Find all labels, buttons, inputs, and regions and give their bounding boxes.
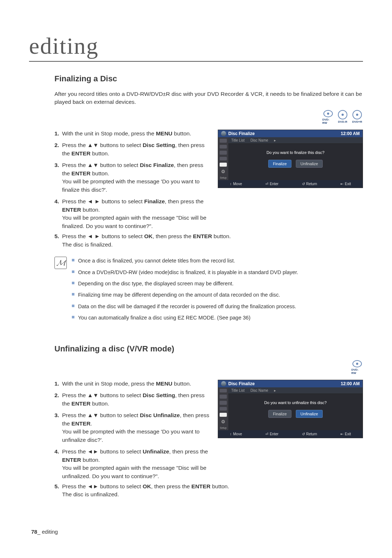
section-a-steps: 1.With the unit in Stop mode, press the … [54,130,211,230]
section-a-steps-cont: 5.Press the ◄ ► buttons to select OK, th… [54,232,363,249]
step-text: Press the ◄► buttons to select Unfinaliz… [62,448,211,480]
sidebar-icon [220,407,227,411]
return-icon: ↺ [302,432,305,436]
osd-row-right: Disc Name [250,388,268,392]
disc-badge-row-a: DVD-RW DVD-R DVD+R [54,110,363,125]
unfinalize-button[interactable]: Unfinalize [296,160,323,168]
badge-label: DVD+R [352,120,362,123]
finalize-button[interactable]: Finalize [268,160,291,168]
step-item: 3.Press the ▲▼ button to select Disc Fin… [54,161,211,194]
step-text: Press the ▲▼ buttons to select Disc Sett… [62,391,211,408]
step-text: Press the ▲▼ button to select Disc Unfin… [62,411,211,444]
dvd-plus-r-badge: DVD+R [351,110,363,125]
section-a-title: Finalizing a Disc [54,74,363,84]
dvd-rw-badge: DVD-RW [351,360,363,375]
footer-move: Move [233,182,242,186]
chapter-title: editing [29,33,363,62]
exit-icon: ⇤ [340,182,343,186]
footer-return: Return [306,182,317,186]
osd-row-right: Disc Name [250,138,268,142]
dvd-r-badge: DVD-R [337,110,348,125]
sidebar-icon [220,395,227,399]
enter-icon: ⏎ [265,432,268,436]
step-item: 2.Press the ▲▼ buttons to select Disc Se… [54,141,211,158]
osd-screenshot-finalize: Disc Finalize 12:00 AM ⚙ Setup [218,130,363,188]
step-text: Press the ▲▼ buttons to select Disc Sett… [62,141,211,158]
setup-label: Setup [220,176,226,179]
setup-label: Setup [220,427,226,429]
osd-clock: 12:00 AM [341,381,360,386]
page-footer: 78_ editing [31,529,58,535]
note-item: You can automatically finalize a disc us… [72,314,363,322]
osd-footer: ↕Move ⏎Enter ↺Return ⇤Exit [218,180,363,188]
osd-row-left: Title List [231,388,245,392]
sidebar-icon [220,401,227,405]
disc-icon [221,381,226,386]
footer-section: editing [42,529,58,535]
gear-icon: ⚙ [221,169,225,174]
step-text: Press the ◄► buttons to select OK, then … [62,482,363,499]
step-text: Press the ◄ ► buttons to select OK, then… [62,232,363,249]
updown-icon: ↕ [230,182,232,186]
note-item: Data on the disc will be damaged if the … [72,302,363,310]
sidebar-icon [220,145,227,149]
section-b-steps: 1.With the unit in Stop mode, press the … [54,380,211,480]
step-item: 5.Press the ◄ ► buttons to select OK, th… [54,232,363,249]
unfinalize-button[interactable]: Unfinalize [296,410,323,418]
note-text: Once a disc is finalized, you cannot del… [78,257,235,265]
sidebar-icon [220,389,227,393]
exit-icon: ⇤ [340,432,343,436]
note-item: Finalizing time may be different dependi… [72,291,363,299]
osd-title: Disc Finalize [228,131,255,136]
step-item: 1.With the unit in Stop mode, press the … [54,380,211,388]
step-text: With the unit in Stop mode, press the ME… [62,130,211,138]
osd-row-left: Title List [231,138,245,142]
section-b-steps-cont: 5.Press the ◄► buttons to select OK, the… [54,482,363,499]
sidebar-icon-selected [220,413,227,417]
osd-screenshot-unfinalize: Disc Finalize 12:00 AM ⚙ Setup [218,380,363,438]
footer-exit: Exit [345,182,351,186]
footer-exit: Exit [345,432,351,436]
note-item: Depending on the disc type, the displaye… [72,280,363,288]
osd-sidebar: ⚙ Setup [218,387,228,430]
footer-enter: Enter [270,182,278,186]
sidebar-icon [220,139,227,143]
note-item: Once a DVD±R/DVD-RW (video mode)disc is … [72,268,363,276]
note-text: Once a DVD±R/DVD-RW (video mode)disc is … [78,268,298,276]
osd-question: Do you want to finalize this disc? [228,150,363,155]
step-text: Press the ▲▼ button to select Disc Final… [62,161,211,194]
step-item: 1.With the unit in Stop mode, press the … [54,130,211,138]
note-item: Once a disc is finalized, you cannot del… [72,257,363,265]
sidebar-icon-selected [220,163,227,167]
osd-footer: ↕Move ⏎Enter ↺Return ⇤Exit [218,430,363,438]
step-item: 4.Press the ◄ ► buttons to select Finali… [54,197,211,230]
enter-icon: ⏎ [265,182,268,186]
badge-label: DVD-R [338,120,347,123]
note-text: Finalizing time may be different dependi… [78,291,280,299]
step-item: 2.Press the ▲▼ buttons to select Disc Se… [54,391,211,408]
disc-icon [221,131,226,136]
step-item: 4.Press the ◄► buttons to select Unfinal… [54,448,211,480]
osd-row-caret: ▸ [274,388,276,392]
badge-label: DVD-RW [322,118,334,125]
note-icon: 𝓜 [54,257,67,269]
osd-question: Do you want to unfinalize this disc? [228,400,363,405]
return-icon: ↺ [302,182,305,186]
note-text: Data on the disc will be damaged if the … [78,302,296,310]
osd-sidebar: ⚙ Setup [218,137,228,180]
footer-sep: _ [37,529,40,535]
badge-label: DVD-RW [351,368,363,375]
step-text: Press the ◄ ► buttons to select Finalize… [62,197,211,230]
osd-title: Disc Finalize [228,381,255,386]
step-text: With the unit in Stop mode, press the ME… [62,380,211,388]
note-text: You can automatically finalize a disc us… [78,314,250,322]
page-number: 78 [31,529,37,535]
footer-return: Return [306,432,317,436]
gear-icon: ⚙ [221,419,225,424]
section-a-notes: Once a disc is finalized, you cannot del… [72,257,363,325]
dvd-rw-badge: DVD-RW [322,110,334,125]
updown-icon: ↕ [230,432,232,436]
osd-row-caret: ▸ [274,138,276,142]
finalize-button[interactable]: Finalize [268,410,291,418]
footer-enter: Enter [270,432,278,436]
